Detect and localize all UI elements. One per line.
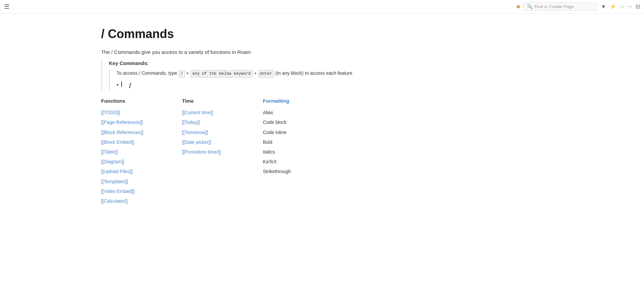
list-item[interactable]: [[Today]] [182, 118, 236, 127]
filter2-icon[interactable]: ⚡ [610, 3, 616, 10]
topbar-left: ☰ [4, 3, 9, 10]
list-item: Alias [263, 108, 317, 117]
bullet-item: • 𝐼 [117, 81, 384, 90]
plus2: + [254, 70, 258, 76]
list-item: Bold [263, 138, 317, 146]
list-item[interactable]: [[Diagram]] [101, 158, 155, 166]
tables-section: Functions [[TODO]] [[Page References]] [… [101, 98, 384, 205]
instruction-block: To access / Commands, type / + any of th… [109, 69, 384, 90]
search-bar[interactable]: 🔍 Find or Create Page [523, 2, 597, 11]
hamburger-menu-icon[interactable]: ☰ [4, 3, 9, 10]
formatting-header: Formatting [263, 98, 317, 104]
slash-code: / [179, 70, 185, 78]
list-item[interactable]: [[Table]] [101, 148, 155, 156]
intro-text: The / Commands give you access to a vari… [101, 49, 384, 55]
list-item: Code block [263, 118, 317, 127]
layout-icon[interactable]: ⊟ [636, 3, 640, 10]
time-column: Time [[Current time]] [[Today]] [[Tomorr… [182, 98, 236, 156]
key-commands-label: Key Commands: [109, 60, 384, 66]
list-item[interactable]: [[Video Embed]] [101, 187, 155, 196]
cursor-bar [121, 81, 123, 87]
list-item: Italics [263, 148, 317, 156]
search-icon: 🔍 [527, 4, 532, 9]
list-item[interactable]: [[Upload Files]] [101, 167, 155, 176]
list-item[interactable]: [[Block Embed]] [101, 138, 155, 146]
formatting-column: Formatting Alias Code block Code inline … [263, 98, 317, 176]
more-icon[interactable]: ··· [628, 4, 632, 10]
list-item[interactable]: [[TODO]] [101, 108, 155, 117]
filter-icon[interactable]: ▼ [601, 4, 606, 10]
list-item: Code inline [263, 128, 317, 137]
list-item[interactable]: [[Date picker]] [182, 138, 236, 146]
search-placeholder: Find or Create Page [534, 4, 574, 9]
star-icon[interactable]: ☆ [620, 3, 624, 10]
instruction-text: To access / Commands, type / + any of th… [117, 69, 384, 78]
instruction-suffix: (in any block) to access each feature [276, 70, 352, 76]
time-header: Time [182, 98, 236, 104]
page-title: / Commands [101, 27, 384, 41]
list-item[interactable]: [[Templates]] [101, 177, 155, 186]
list-item[interactable]: [[Page References]] [101, 118, 155, 127]
callout-block: Key Commands: To access / Commands, type… [101, 60, 384, 90]
list-item[interactable]: [[Block References]] [101, 128, 155, 137]
main-content: / Commands The / Commands give you acces… [0, 13, 404, 219]
list-item[interactable]: [[Tomorrow]] [182, 128, 236, 137]
list-item[interactable]: [[Calculator]] [101, 197, 155, 205]
instruction-prefix: To access / Commands, type [117, 70, 177, 76]
sync-status-dot [517, 5, 520, 8]
functions-column: Functions [[TODO]] [[Page References]] [… [101, 98, 155, 205]
list-item: KaTeX [263, 158, 317, 166]
keyword-code: any of the below keyword [190, 70, 253, 78]
enter-code: enter [258, 70, 274, 78]
list-item: Strikethrough [263, 167, 317, 176]
bullet-dot: • [117, 81, 119, 89]
i-cursor-icon: 𝐼 [129, 81, 131, 90]
topbar: ☰ 🔍 Find or Create Page ▼ ⚡ ☆ ··· ⊟ [0, 0, 644, 13]
plus1: + [186, 70, 190, 76]
list-item[interactable]: [[Pomodoro timer]] [182, 148, 236, 156]
functions-header: Functions [101, 98, 155, 104]
list-item[interactable]: [[Current time]] [182, 108, 236, 117]
topbar-right: 🔍 Find or Create Page ▼ ⚡ ☆ ··· ⊟ [517, 2, 640, 11]
